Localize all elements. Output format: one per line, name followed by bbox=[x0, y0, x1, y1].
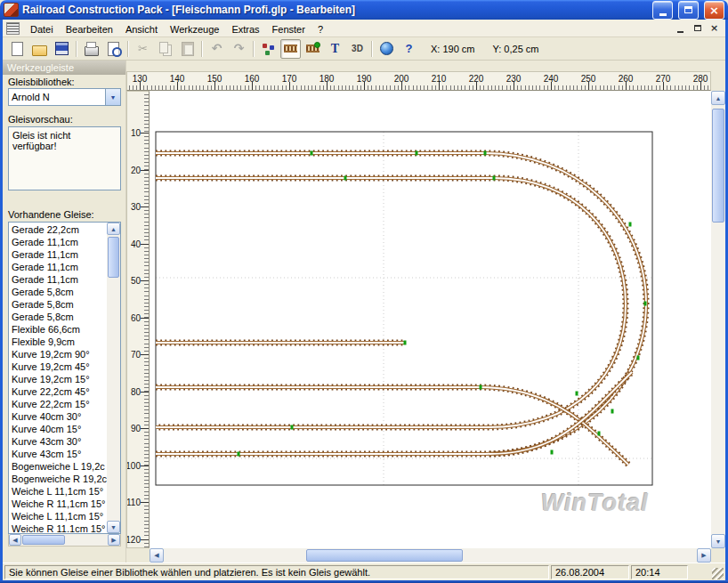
h-ruler-tick bbox=[700, 82, 701, 90]
track-list-item[interactable]: Weiche L 11,1cm 15° bbox=[10, 485, 107, 498]
chevron-down-icon[interactable]: ▼ bbox=[105, 89, 120, 105]
menu-ansicht[interactable]: Ansicht bbox=[119, 22, 164, 36]
status-filler bbox=[690, 565, 724, 579]
v-ruler-tick bbox=[141, 392, 149, 393]
scroll-right-button[interactable]: ▶ bbox=[697, 548, 711, 563]
v-ruler-label: 90 bbox=[131, 424, 141, 433]
h-ruler-tick bbox=[663, 82, 664, 90]
ruler-ticks bbox=[144, 92, 149, 547]
v-ruler-label: 60 bbox=[131, 312, 141, 322]
menu-hilfe[interactable]: ? bbox=[311, 22, 329, 36]
track-list-item[interactable]: Gerade 11,1cm bbox=[10, 261, 107, 273]
track-list-item[interactable]: Gerade 11,1cm bbox=[10, 248, 107, 261]
h-ruler-tick bbox=[327, 82, 328, 90]
track-list-item[interactable]: Kurve 40cm 15° bbox=[10, 423, 107, 435]
app-window: Railroad Construction Pack - [Fleischman… bbox=[0, 0, 728, 583]
paste-button[interactable] bbox=[177, 39, 198, 59]
track-list: Gerade 22,2cmGerade 11,1cmGerade 11,1cmG… bbox=[10, 223, 107, 532]
scroll-right-button[interactable]: ▶ bbox=[108, 534, 120, 546]
scroll-thumb[interactable] bbox=[22, 535, 65, 545]
joint-marker bbox=[311, 151, 313, 156]
track-list-item[interactable]: Kurve 19,2cm 15° bbox=[10, 373, 107, 385]
track-list-item[interactable]: Weiche R 11,1cm 15° bbox=[10, 498, 107, 510]
canvas-horizontal-scrollbar[interactable]: ◀ ▶ bbox=[150, 548, 711, 563]
print-button[interactable] bbox=[81, 39, 101, 59]
track-list-item[interactable]: Gerade 5,8cm bbox=[10, 311, 107, 323]
canvas-vertical-scrollbar[interactable]: ▲ ▼ bbox=[711, 91, 725, 548]
print-preview-button[interactable] bbox=[103, 39, 124, 59]
scroll-left-button[interactable]: ◀ bbox=[9, 534, 21, 546]
track-list-item[interactable]: Kurve 22,2cm 45° bbox=[10, 385, 107, 398]
menu-bearbeiten[interactable]: Bearbeiten bbox=[60, 22, 119, 36]
track-list-item[interactable]: Bogenweiche R 19,2c bbox=[10, 473, 107, 485]
track-list-item[interactable]: Gerade 5,8cm bbox=[10, 298, 107, 311]
track-list-item[interactable]: Bogenweiche L 19,2c bbox=[10, 460, 107, 473]
copy-button[interactable] bbox=[155, 39, 175, 59]
scroll-left-button[interactable]: ◀ bbox=[150, 548, 164, 563]
text-tool-button[interactable] bbox=[325, 39, 345, 59]
open-button[interactable] bbox=[29, 39, 50, 59]
scroll-down-button[interactable]: ▼ bbox=[711, 534, 725, 548]
track-list-item[interactable]: Gerade 5,8cm bbox=[10, 286, 107, 298]
track-tool-button[interactable] bbox=[280, 39, 301, 59]
track-list-item[interactable]: Kurve 43cm 30° bbox=[10, 435, 107, 448]
track-list-item[interactable]: Kurve 22,2cm 15° bbox=[10, 398, 107, 410]
library-select[interactable]: Arnold N ▼ bbox=[8, 88, 121, 106]
track-list-item[interactable]: Kurve 43cm 15° bbox=[10, 448, 107, 460]
menu-werkzeuge[interactable]: Werkzeuge bbox=[164, 22, 225, 36]
track-list-item[interactable]: Weiche R 11,1cm 15° bbox=[10, 522, 107, 532]
help-button[interactable] bbox=[399, 39, 419, 59]
close-button[interactable]: × bbox=[704, 1, 724, 20]
contact-tool-button[interactable] bbox=[303, 39, 323, 59]
joint-marker bbox=[551, 450, 554, 455]
track-list-item[interactable]: Kurve 40cm 30° bbox=[10, 410, 107, 423]
track-listbox[interactable]: Gerade 22,2cmGerade 11,1cmGerade 11,1cmG… bbox=[8, 222, 121, 534]
scroll-thumb[interactable] bbox=[306, 549, 463, 562]
scroll-up-button[interactable]: ▲ bbox=[711, 91, 725, 105]
resize-grip[interactable] bbox=[712, 568, 724, 579]
track-list-item[interactable]: Gerade 11,1cm bbox=[10, 236, 107, 248]
h-ruler-tick bbox=[626, 82, 627, 90]
scroll-thumb[interactable] bbox=[108, 237, 119, 278]
new-button[interactable] bbox=[7, 39, 28, 59]
track-layout-drawing bbox=[150, 91, 711, 548]
cursor-x-value: X: 190 cm bbox=[431, 44, 475, 54]
view-3d-button[interactable] bbox=[347, 39, 368, 59]
toolbar-separator bbox=[127, 41, 129, 57]
minimize-button[interactable] bbox=[652, 1, 673, 20]
undo-button[interactable] bbox=[206, 39, 227, 59]
toolbar-separator bbox=[76, 41, 77, 57]
v-ruler-tick bbox=[141, 133, 149, 134]
track-list-item[interactable]: Flexible 9,9cm bbox=[10, 336, 107, 348]
globe-button[interactable] bbox=[376, 39, 397, 59]
mdi-close-button[interactable]: × bbox=[707, 22, 722, 35]
track-list-item[interactable]: Gerade 11,1cm bbox=[10, 273, 107, 286]
mdi-minimize-button[interactable] bbox=[673, 22, 688, 35]
scroll-up-button[interactable]: ▲ bbox=[107, 223, 120, 235]
close-icon: × bbox=[710, 23, 718, 33]
maximize-button[interactable] bbox=[678, 1, 699, 20]
watermark: WinTotal bbox=[541, 490, 649, 517]
scroll-down-button[interactable]: ▼ bbox=[107, 521, 120, 533]
track-list-item[interactable]: Gerade 22,2cm bbox=[10, 223, 107, 236]
mdi-restore-button[interactable] bbox=[690, 22, 705, 35]
cut-button[interactable] bbox=[133, 39, 153, 59]
document-icon[interactable] bbox=[6, 22, 20, 35]
track-list-item[interactable]: Kurve 19,2cm 45° bbox=[10, 360, 107, 373]
maximize-icon bbox=[684, 6, 692, 13]
layout-canvas[interactable]: WinTotal bbox=[150, 91, 711, 548]
connect-tool-button[interactable] bbox=[258, 39, 279, 59]
menu-extras[interactable]: Extras bbox=[225, 22, 265, 36]
list-vertical-scrollbar[interactable]: ▲ ▼ bbox=[107, 223, 120, 533]
track-list-item[interactable]: Weiche L 11,1cm 15° bbox=[10, 510, 107, 522]
list-horizontal-scrollbar[interactable]: ◀ ▶ bbox=[8, 534, 121, 547]
menu-fenster[interactable]: Fenster bbox=[266, 22, 311, 36]
save-button[interactable] bbox=[52, 39, 72, 59]
redo-button[interactable] bbox=[229, 39, 249, 59]
track-list-label: Vorhandene Gleise: bbox=[8, 209, 94, 220]
track-list-item[interactable]: Kurve 19,2cm 90° bbox=[10, 348, 107, 360]
scroll-thumb[interactable] bbox=[712, 109, 724, 223]
menu-datei[interactable]: Datei bbox=[24, 22, 60, 36]
status-bar: Sie können Gleise einer Bibliothek wähle… bbox=[3, 563, 725, 580]
track-list-item[interactable]: Flexible 66,6cm bbox=[10, 323, 107, 336]
